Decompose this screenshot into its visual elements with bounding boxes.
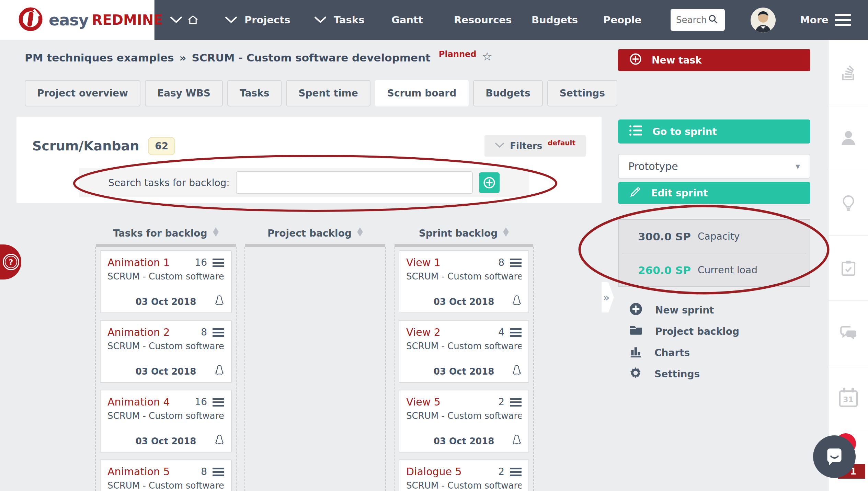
home-dropdown-chevron-icon[interactable] [170, 0, 182, 40]
task-card-title[interactable]: Dialogue 5 [406, 466, 498, 478]
assignee-penguin-icon [214, 434, 225, 448]
task-card-project: SCRUM - Custom software dev… [107, 341, 224, 351]
tab-project-overview[interactable]: Project overview [25, 80, 140, 106]
task-card-project: SCRUM - Custom software d… [406, 271, 522, 282]
tab-easy-wbs[interactable]: Easy WBS [145, 80, 223, 106]
plus-circle-icon [629, 302, 643, 318]
lightbulb-icon[interactable] [829, 170, 868, 236]
nav-item-tasks[interactable]: Tasks [334, 0, 364, 40]
sort-diamond-icon[interactable] [213, 227, 219, 239]
task-card[interactable]: View 2 4 SCRUM - Custom software d… 03 O… [399, 320, 529, 383]
card-menu-icon[interactable] [510, 397, 522, 407]
favorite-star-icon[interactable]: ☆ [482, 49, 492, 63]
story-points: 4 [498, 327, 504, 338]
story-points: 8 [201, 466, 207, 477]
sort-diamond-icon[interactable] [357, 227, 363, 239]
brand-name-easy: easy [49, 11, 89, 29]
select-caret-icon: ▾ [796, 161, 800, 171]
task-card-title[interactable]: View 1 [406, 256, 498, 269]
task-card-project: SCRUM - Custom software dev… [107, 411, 224, 421]
charts-label: Charts [654, 347, 690, 358]
breadcrumb-project[interactable]: PM techniques examples [25, 52, 174, 64]
global-search-box [671, 9, 725, 31]
sidebar-expander-handle[interactable]: » [602, 282, 614, 312]
menu-burger-icon[interactable] [835, 14, 851, 26]
list-icon [629, 125, 643, 139]
task-card[interactable]: Dialogue 5 2 SCRUM - Custom software d… … [399, 459, 529, 491]
tab-tasks[interactable]: Tasks [227, 80, 282, 106]
task-card-title[interactable]: Animation 4 [107, 396, 195, 408]
card-menu-icon[interactable] [510, 258, 522, 267]
column-drop-zone[interactable] [244, 247, 386, 491]
task-card-title[interactable]: Animation 2 [107, 326, 201, 338]
help-button[interactable]: ? [0, 244, 21, 279]
charts-link[interactable]: Charts [618, 342, 810, 363]
task-card-title[interactable]: View 5 [406, 396, 498, 408]
settings-label: Settings [654, 368, 700, 380]
assignee-penguin-icon [214, 364, 225, 378]
nav-item-projects[interactable]: Projects [244, 0, 290, 40]
task-card-title[interactable]: Animation 5 [107, 466, 201, 478]
activity-stack-icon[interactable] [829, 40, 868, 105]
user-icon[interactable] [829, 105, 868, 170]
project-backlog-link[interactable]: Project backlog [618, 321, 810, 342]
tasks-dropdown-chevron-icon[interactable] [314, 0, 327, 40]
task-card-date: 03 Oct 2018 [101, 436, 231, 446]
edit-sprint-button[interactable]: Edit sprint [618, 182, 810, 204]
card-menu-icon[interactable] [213, 467, 224, 476]
nav-item-resources[interactable]: Resources [454, 0, 512, 40]
nav-item-budgets[interactable]: Budgets [532, 0, 578, 40]
task-card[interactable]: Animation 5 8 SCRUM - Custom software de… [100, 459, 232, 491]
tab-scrum-board[interactable]: Scrum board [375, 80, 469, 106]
current-load-label: Current load [698, 264, 757, 276]
tab-spent-time[interactable]: Spent time [286, 80, 370, 106]
task-card[interactable]: Animation 2 8 SCRUM - Custom software de… [100, 320, 232, 383]
column-title: Tasks for backlog [113, 228, 207, 239]
chat-widget-button[interactable] [813, 435, 856, 478]
backlog-add-button[interactable] [479, 172, 500, 193]
global-search-input[interactable] [676, 15, 708, 25]
task-card[interactable]: Animation 1 16 SCRUM - Custom software d… [100, 250, 232, 313]
task-card[interactable]: View 5 2 SCRUM - Custom software d… 03 O… [399, 390, 529, 453]
tab-settings[interactable]: Settings [547, 80, 617, 106]
gear-icon [629, 366, 642, 382]
task-card-title[interactable]: Animation 1 [107, 256, 195, 269]
go-to-sprint-button[interactable]: Go to sprint [618, 119, 810, 144]
capacity-label: Capacity [698, 231, 740, 242]
settings-link[interactable]: Settings [618, 363, 810, 385]
task-card[interactable]: Animation 4 16 SCRUM - Custom software d… [100, 390, 232, 453]
user-avatar[interactable] [751, 8, 776, 33]
card-menu-icon[interactable] [213, 328, 224, 337]
nav-item-gantt[interactable]: Gantt [391, 0, 423, 40]
task-card-date: 03 Oct 2018 [399, 436, 528, 446]
clipboard-check-icon[interactable] [829, 236, 868, 301]
task-card-project: SCRUM - Custom software dev… [107, 480, 224, 491]
card-menu-icon[interactable] [213, 258, 224, 267]
column-project-backlog: Project backlog [244, 222, 386, 491]
sprint-select[interactable]: Prototype ▾ [618, 154, 810, 179]
column-drop-zone[interactable]: View 1 8 SCRUM - Custom software d… 03 O… [394, 247, 534, 491]
projects-dropdown-chevron-icon[interactable] [225, 0, 237, 40]
search-icon[interactable] [708, 14, 719, 26]
backlog-search-input[interactable] [236, 171, 473, 194]
tab-budgets[interactable]: Budgets [473, 80, 542, 106]
task-card[interactable]: View 1 8 SCRUM - Custom software d… 03 O… [399, 250, 529, 313]
calendar-icon[interactable]: 31 [829, 366, 868, 431]
card-menu-icon[interactable] [510, 328, 522, 337]
column-drop-zone[interactable]: Animation 1 16 SCRUM - Custom software d… [95, 247, 237, 491]
pencil-icon [629, 186, 641, 201]
new-task-button[interactable]: New task [618, 49, 810, 71]
sort-diamond-icon[interactable] [503, 227, 509, 239]
nav-item-people[interactable]: People [603, 0, 641, 40]
new-sprint-link[interactable]: New sprint [618, 299, 810, 321]
card-menu-icon[interactable] [213, 397, 224, 407]
brand-logo[interactable]: easy REDMINE [0, 0, 155, 40]
chat-bubbles-icon[interactable] [829, 301, 868, 366]
filters-button[interactable]: Filters default [484, 135, 586, 157]
task-count-badge: 62 [148, 137, 175, 155]
card-menu-icon[interactable] [510, 467, 522, 476]
nav-item-more[interactable]: More [800, 0, 829, 40]
column-top-bar [245, 244, 385, 247]
home-icon[interactable] [187, 0, 199, 40]
task-card-title[interactable]: View 2 [406, 326, 498, 338]
